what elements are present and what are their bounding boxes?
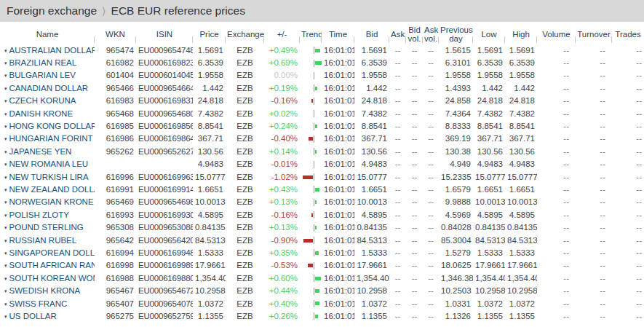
instrument-link[interactable]: CANADIAN DOLLAR xyxy=(9,84,89,92)
ask-vol-cell: -- xyxy=(423,145,439,157)
instrument-link[interactable]: HUNGARIAN FORINT xyxy=(9,134,93,143)
wkn-cell: 616996 xyxy=(95,170,136,183)
trend-cell xyxy=(300,297,322,310)
instrument-link[interactable]: AUSTRALIAN DOLLAR xyxy=(9,46,95,55)
dropdown-caret-icon[interactable]: ▾ xyxy=(4,238,7,244)
dropdown-caret-icon[interactable]: ▾ xyxy=(4,314,7,320)
price-cell: 8.8541 xyxy=(193,119,226,132)
instrument-link[interactable]: SINGAPOREAN DOLLAR xyxy=(9,248,95,257)
table-row: ▾NEW TURKISH LIRA616996EU000616996315.07… xyxy=(0,170,644,183)
instrument-link[interactable]: JAPANESE YEN xyxy=(9,147,72,156)
time-cell: 16:01:01 xyxy=(322,119,354,132)
ask-cell: -- xyxy=(389,272,406,284)
wkn-cell: 616983 xyxy=(95,95,136,107)
ask-vol-cell: -- xyxy=(423,284,439,296)
dropdown-caret-icon[interactable]: ▾ xyxy=(4,48,7,54)
dropdown-caret-icon[interactable]: ▾ xyxy=(4,225,7,231)
wkn-cell: 965466 xyxy=(95,82,136,94)
instrument-link[interactable]: BULGARIAN LEV xyxy=(9,71,76,79)
instrument-link[interactable]: RUSSIAN RUBEL xyxy=(9,236,77,245)
instrument-link[interactable]: US DOLLAR xyxy=(9,312,57,320)
instrument-link[interactable]: SWISS FRANC xyxy=(9,299,68,308)
wkn-cell: 965642 xyxy=(95,234,136,246)
table-row: ▾NEW ZEALAND DOLLAR616991EU00061699141.6… xyxy=(0,183,644,195)
dropdown-caret-icon[interactable]: ▾ xyxy=(4,263,7,269)
dropdown-caret-icon[interactable]: ▾ xyxy=(4,98,7,104)
dropdown-caret-icon[interactable]: ▾ xyxy=(4,302,7,307)
low-cell: 1.0372 xyxy=(473,297,505,310)
turnover-cell: -- xyxy=(576,56,612,68)
bid-cell: 15.0777 xyxy=(354,170,389,183)
trend-bar-icon xyxy=(302,261,322,270)
dropdown-caret-icon[interactable]: ▾ xyxy=(4,136,7,142)
instrument-link[interactable]: NEW ROMANIA LEU xyxy=(9,159,89,168)
instrument-link[interactable]: POLISH ZLOTY xyxy=(9,210,69,219)
instrument-link[interactable]: SOUTH KOREAN WON xyxy=(9,274,95,283)
dropdown-caret-icon[interactable]: ▾ xyxy=(4,111,7,117)
prev-day-cell: 1.4393 xyxy=(439,82,473,94)
volume-cell: -- xyxy=(537,297,576,310)
dropdown-caret-icon[interactable]: ▾ xyxy=(4,251,7,256)
instrument-link[interactable]: SWEDISH KRONA xyxy=(9,286,81,295)
table-row: ▾US DOLLAR965275EU00096527591.1355EZB+0.… xyxy=(0,310,644,322)
instrument-link[interactable]: DANISH KRONE xyxy=(9,109,73,118)
ask-vol-cell: -- xyxy=(423,310,439,322)
instrument-name-cell: ▾SOUTH KOREAN WON xyxy=(0,272,95,284)
ask-vol-cell: -- xyxy=(423,297,439,310)
volume-cell: -- xyxy=(537,221,576,233)
bid-cell: 1.6651 xyxy=(354,183,389,195)
high-cell: 1.6651 xyxy=(505,183,537,195)
wkn-cell: 965468 xyxy=(95,107,136,119)
dropdown-caret-icon[interactable]: ▾ xyxy=(4,200,7,205)
high-cell: 1,354.40 xyxy=(505,272,537,284)
ask-cell: -- xyxy=(389,297,406,310)
turnover-cell: -- xyxy=(576,196,612,208)
wkn-cell: 965308 xyxy=(95,221,136,233)
volume-cell: -- xyxy=(537,82,576,94)
low-cell: 4.9483 xyxy=(473,158,505,170)
dropdown-caret-icon[interactable]: ▾ xyxy=(4,175,7,181)
instrument-name-cell: ▾DANISH KRONE xyxy=(0,107,95,119)
instrument-link[interactable]: CZECH KORUNA xyxy=(9,96,76,105)
change-percent: +0.35% xyxy=(264,246,300,259)
dropdown-caret-icon[interactable]: ▾ xyxy=(4,288,7,294)
ask-cell: -- xyxy=(389,259,406,272)
isin-cell: EU0009652627 xyxy=(136,145,193,157)
trend-cell xyxy=(300,107,322,119)
ask-cell: -- xyxy=(389,119,406,132)
dropdown-caret-icon[interactable]: ▾ xyxy=(4,162,7,168)
volume-cell: -- xyxy=(537,246,576,259)
trades-cell: -- xyxy=(612,170,644,183)
ask-vol-cell: -- xyxy=(423,259,439,272)
instrument-link[interactable]: SOUTH AFRICAN RAND xyxy=(9,261,95,269)
exchange-cell: EZB xyxy=(226,234,264,246)
dropdown-caret-icon[interactable]: ▾ xyxy=(4,124,7,130)
time-cell: 16:01:01 xyxy=(322,284,354,296)
price-cell: 1.5691 xyxy=(193,44,226,56)
dropdown-caret-icon[interactable]: ▾ xyxy=(4,73,7,79)
trades-cell: -- xyxy=(612,133,644,145)
instrument-link[interactable]: NEW ZEALAND DOLLAR xyxy=(9,185,95,194)
time-cell: 16:01:01 xyxy=(322,95,354,107)
price-cell: 367.71 xyxy=(193,133,226,145)
instrument-link[interactable]: NEW TURKISH LIRA xyxy=(9,173,89,181)
instrument-link[interactable]: HONG KONG DOLLAR xyxy=(9,122,95,130)
change-percent: +0.19% xyxy=(264,82,300,94)
instrument-link[interactable]: NORWEGIAN KRONE xyxy=(9,197,94,206)
instrument-link[interactable]: POUND STERLING xyxy=(9,223,84,232)
wkn-cell: 616994 xyxy=(95,246,136,259)
bid-cell: 10.2958 xyxy=(354,284,389,296)
trend-bar-icon xyxy=(302,236,322,245)
dropdown-caret-icon[interactable]: ▾ xyxy=(4,149,7,155)
breadcrumb-section-link[interactable]: Foreign exchange xyxy=(7,4,97,17)
dropdown-caret-icon[interactable]: ▾ xyxy=(4,213,7,218)
trades-cell: -- xyxy=(612,69,644,82)
dropdown-caret-icon[interactable]: ▾ xyxy=(4,86,7,92)
dropdown-caret-icon[interactable]: ▾ xyxy=(4,187,7,193)
change-percent: +0.02% xyxy=(264,107,300,119)
dropdown-caret-icon[interactable]: ▾ xyxy=(4,276,7,282)
ask-cell: -- xyxy=(389,221,406,233)
dropdown-caret-icon[interactable]: ▾ xyxy=(4,60,7,66)
instrument-link[interactable]: BRAZILIAN REAL xyxy=(9,58,77,67)
ask-cell: -- xyxy=(389,196,406,208)
